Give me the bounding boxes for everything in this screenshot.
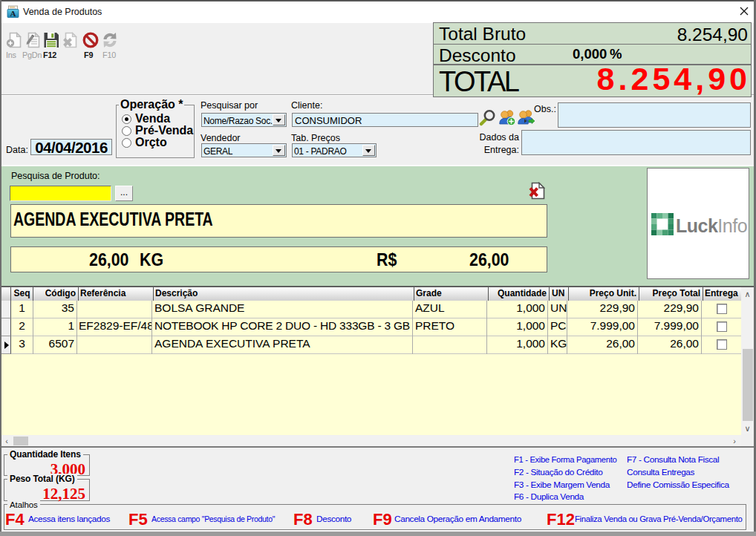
svg-text:A: A — [10, 9, 16, 18]
